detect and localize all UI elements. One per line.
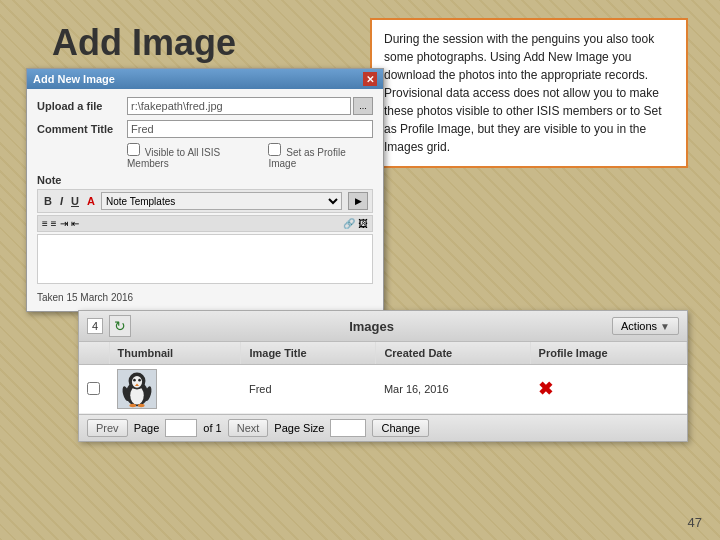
panel-icons-left: 4 ↻ [87,315,131,337]
italic-button[interactable]: I [58,195,65,207]
actions-arrow-icon: ▼ [660,321,670,332]
svg-point-7 [129,404,136,407]
info-text: During the session with the penguins you… [384,32,661,154]
note-templates-select[interactable]: Note Templates [101,192,342,210]
image-icon[interactable]: 🖼 [358,218,368,229]
page-label: Page [134,422,160,434]
thumbnail-image [117,369,157,409]
profile-checkbox[interactable] [268,143,281,156]
thumbnail-cell [109,365,241,414]
images-panel-header: 4 ↻ Images Actions ▼ [79,311,687,342]
panel-title: Images [349,319,394,334]
visible-checkbox-text: Visible to All ISIS Members [127,147,220,169]
dialog-title: Add New Image [33,73,115,85]
upload-row: Upload a file ... [37,97,373,115]
col-checkbox [79,342,109,365]
note-label: Note [37,174,373,186]
page-size-label: Page Size [274,422,324,434]
comment-title-input[interactable] [127,120,373,138]
page-size-input[interactable] [330,419,366,437]
svg-point-8 [138,404,145,407]
profile-image-x-icon: ✖ [538,379,553,399]
dialog-titlebar: Add New Image ✕ [27,69,383,89]
record-count: 4 [87,318,103,334]
pagination-bar: Prev Page of 1 Next Page Size Change [79,414,687,441]
images-table: Thumbnail Image Title Created Date Profi… [79,342,687,414]
add-new-image-dialog: Add New Image ✕ Upload a file ... Commen… [26,68,384,312]
table-row: Fred Mar 16, 2016 ✖ [79,365,687,414]
visible-checkbox-label[interactable]: Visible to All ISIS Members [127,143,260,169]
svg-point-4 [133,379,136,382]
upload-label: Upload a file [37,100,127,112]
outdent-icon[interactable]: ⇤ [71,218,79,229]
images-panel: 4 ↻ Images Actions ▼ Thumbnail Image Tit… [78,310,688,442]
col-image-title: Image Title [241,342,376,365]
image-title-cell: Fred [241,365,376,414]
col-created-date: Created Date [376,342,530,365]
actions-label: Actions [621,320,657,332]
comment-title-row: Comment Title [37,120,373,138]
penguin-icon [119,370,155,408]
refresh-button[interactable]: ↻ [109,315,131,337]
created-date-cell: Mar 16, 2016 [376,365,530,414]
of-label: of 1 [203,422,221,434]
indent-icon[interactable]: ⇥ [60,218,68,229]
page-number-input[interactable] [165,419,197,437]
align-center-icon[interactable]: ≡ [51,218,57,229]
note-go-button[interactable]: ▶ [348,192,368,210]
checkboxes-row: Visible to All ISIS Members Set as Profi… [127,143,373,169]
page-title: Add Image [52,22,236,64]
profile-checkbox-label[interactable]: Set as Profile Image [268,143,373,169]
browse-button[interactable]: ... [353,97,373,115]
dialog-close-button[interactable]: ✕ [363,72,377,86]
col-thumbnail: Thumbnail [109,342,241,365]
row-checkbox-cell [79,365,109,414]
actions-button[interactable]: Actions ▼ [612,317,679,335]
bold-button[interactable]: B [42,195,54,207]
prev-button[interactable]: Prev [87,419,128,437]
upload-input[interactable] [127,97,351,115]
change-button[interactable]: Change [372,419,429,437]
date-taken: Taken 15 March 2016 [37,292,373,303]
table-header-row: Thumbnail Image Title Created Date Profi… [79,342,687,365]
row-checkbox[interactable] [87,382,100,395]
profile-image-cell: ✖ [530,365,686,414]
info-box: During the session with the penguins you… [370,18,688,168]
dialog-body: Upload a file ... Comment Title Visible … [27,89,383,311]
comment-title-label: Comment Title [37,123,127,135]
align-left-icon[interactable]: ≡ [42,218,48,229]
note-textarea[interactable] [37,234,373,284]
link-icon[interactable]: 🔗 [343,218,355,229]
note-toolbar-top: B I U A Note Templates ▶ [37,189,373,213]
next-button[interactable]: Next [228,419,269,437]
visible-checkbox[interactable] [127,143,140,156]
col-profile-image: Profile Image [530,342,686,365]
color-button[interactable]: A [85,195,97,207]
note-toolbar-bottom: ≡ ≡ ⇥ ⇤ 🔗 🖼 [37,215,373,232]
svg-point-5 [138,379,141,382]
underline-button[interactable]: U [69,195,81,207]
slide-number: 47 [688,515,702,530]
